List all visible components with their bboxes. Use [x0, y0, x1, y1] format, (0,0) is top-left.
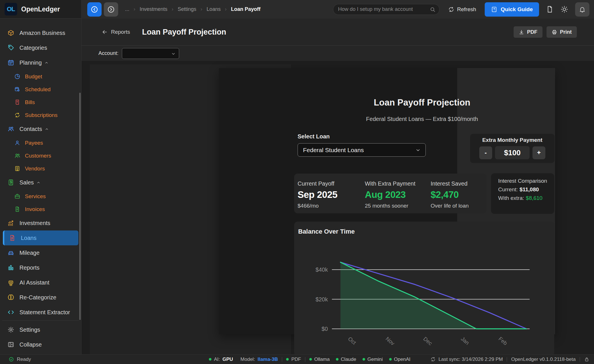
history-back-button[interactable] [87, 2, 102, 17]
sidebar-item-invoices[interactable]: Invoices [0, 203, 81, 216]
ai-label: AI: [214, 357, 220, 362]
pdf-status: PDF [286, 357, 301, 362]
sidebar-item-ai-assistant[interactable]: AI Assistant [0, 275, 81, 290]
history-forward-button[interactable] [104, 2, 118, 17]
breadcrumb-item[interactable]: Investments [140, 6, 167, 12]
arrow-circle-right-icon [107, 5, 115, 13]
loan-select[interactable]: Federal Student Loans [298, 143, 426, 157]
sidebar-item-label: Budget [25, 73, 42, 80]
account-select[interactable] [122, 48, 179, 59]
arrow-circle-left-icon [90, 5, 98, 13]
sidebar-item-amazon-business[interactable]: Amazon Business [0, 25, 81, 40]
extra-payment-controls: - $100 + [470, 146, 555, 159]
breadcrumb-item[interactable]: Settings [178, 6, 196, 12]
search-input[interactable] [333, 4, 439, 15]
briefcase-icon [14, 193, 20, 199]
increase-payment-button[interactable]: + [532, 146, 545, 159]
sidebar-scrollbar[interactable] [79, 93, 81, 320]
ready-label: Ready [17, 357, 31, 362]
sidebar-item-label: Subscriptions [25, 112, 58, 118]
sidebar-item-contacts[interactable]: Contacts [0, 122, 81, 136]
status-dot-icon [286, 358, 289, 361]
sidebar-item-re-categorize[interactable]: Re-Categorize [0, 290, 81, 305]
print-button[interactable]: Print [547, 26, 577, 38]
sidebar-item-customers[interactable]: Customers [0, 149, 81, 162]
provider-label: Gemini [367, 357, 383, 362]
sidebar-item-services[interactable]: Services [0, 190, 81, 203]
report-title: Loan Payoff Projection [298, 98, 547, 108]
sidebar-item-collapse[interactable]: Collapse [2, 337, 79, 352]
statusbar: Ready AI: GPU Model: llama-3B PDF Ollama… [0, 354, 594, 364]
notifications-button[interactable] [575, 2, 589, 17]
download-icon [519, 29, 524, 35]
interest-extra-label: With extra: [498, 195, 524, 201]
sidebar-item-label: Bills [25, 99, 35, 106]
stat-sub: $466/mo [298, 203, 365, 209]
pdf-button-label: PDF [527, 29, 537, 35]
sidebar-item-planning[interactable]: Planning [0, 55, 81, 70]
trend-up-icon [7, 220, 14, 226]
model-status: Model: llama-3B [240, 357, 278, 362]
sidebar-item-budget[interactable]: Budget [0, 70, 81, 83]
sidebar-item-bills[interactable]: Bills [0, 96, 81, 109]
sidebar-item-statement-extractor[interactable]: Statement Extractor [0, 305, 81, 320]
sidebar-item-sales[interactable]: Sales [0, 175, 81, 190]
status-dot-icon [309, 358, 312, 361]
app-version: OpenLedger v0.1.0.2118-beta [511, 357, 576, 362]
sidebar-item-loans[interactable]: Loans [3, 230, 78, 245]
breadcrumb-item[interactable]: Loans [207, 6, 221, 12]
sidebar-item-mileage[interactable]: Mileage [0, 245, 81, 260]
provider-label: Ollama [314, 357, 330, 362]
sidebar-item-label: Scheduled [25, 86, 51, 93]
report-subtitle: Federal Student Loans — Extra $100/month [298, 116, 547, 122]
sidebar-item-subscriptions[interactable]: Subscriptions [0, 109, 81, 122]
pdf-button[interactable]: PDF [514, 26, 542, 38]
theme-toggle-button[interactable] [561, 5, 568, 13]
body-row: OL OpenLedger Amazon Business Categories… [0, 0, 594, 354]
invoice-icon [14, 206, 20, 212]
sidebar-item-label: Amazon Business [19, 30, 65, 36]
status-dot-icon [336, 358, 338, 361]
page-title: Loan Payoff Projection [142, 28, 226, 37]
sidebar-item-vendors[interactable]: Vendors [0, 162, 81, 175]
interest-comparison-card: Interest Comparison Current:$11,080 With… [491, 173, 554, 214]
sidebar-item-settings[interactable]: Settings [2, 322, 79, 337]
robot-icon [7, 279, 14, 286]
provider-status: OpenAI [389, 357, 411, 362]
provider-status: Gemini [363, 357, 383, 362]
code-icon [7, 309, 14, 316]
stat-label: Current Payoff [298, 180, 365, 187]
interest-comparison-title: Interest Comparison [498, 178, 554, 184]
sidebar-item-investments[interactable]: Investments [0, 216, 81, 230]
sidebar-item-label: Services [25, 193, 46, 200]
stat-sub: Over life of loan [431, 203, 486, 209]
back-link-label: Reports [111, 29, 130, 35]
extra-payment-panel: Extra Monthly Payment - $100 + [470, 134, 555, 163]
sidebar-item-label: Customers [25, 153, 51, 159]
building-icon [14, 166, 20, 172]
breadcrumb-item[interactable]: ... [125, 6, 129, 12]
search-box [333, 4, 439, 15]
sidebar-item-reports[interactable]: Reports [0, 260, 81, 275]
sidebar-item-payees[interactable]: Payees [0, 136, 81, 149]
chevron-right-icon [199, 7, 203, 11]
refresh-label: Refresh [457, 6, 476, 13]
sync-icon [430, 357, 436, 362]
last-sync-label: Last sync: 3/14/2026 2:29 PM [438, 357, 503, 362]
sidebar-item-categories[interactable]: Categories [0, 40, 81, 55]
back-to-reports-link[interactable]: Reports [102, 29, 130, 35]
decrease-payment-button[interactable]: - [479, 146, 492, 159]
breadcrumb: ...InvestmentsSettingsLoansLoan Payoff [125, 6, 260, 12]
provider-status: Claude [336, 357, 356, 362]
sidebar-item-scheduled[interactable]: Scheduled [0, 83, 81, 96]
quick-guide-button[interactable]: Quick Guide [485, 2, 539, 17]
refresh-button[interactable]: Refresh [448, 6, 476, 13]
lock-icon [584, 357, 589, 362]
sidebar-item-label: Payees [25, 140, 43, 146]
sidebar-item-label: Vendors [25, 166, 45, 172]
document-button[interactable] [546, 5, 554, 13]
printer-icon [552, 29, 557, 35]
receipt-icon [14, 99, 20, 105]
print-button-label: Print [560, 29, 572, 35]
svg-text:Nov: Nov [385, 336, 396, 347]
